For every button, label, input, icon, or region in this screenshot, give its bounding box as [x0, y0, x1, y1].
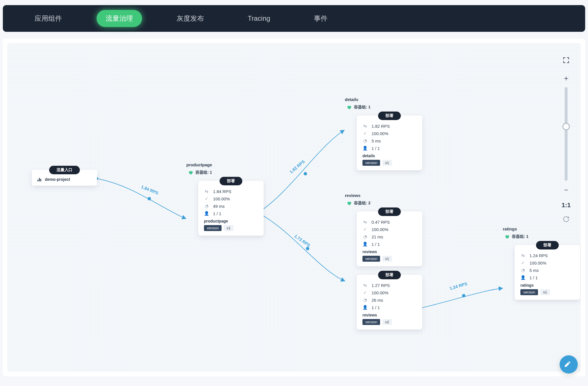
clock-icon: ◔	[204, 204, 209, 209]
refresh-button[interactable]	[563, 216, 570, 224]
user-icon: 👤	[362, 146, 368, 151]
heart-icon	[504, 234, 510, 239]
node-details[interactable]: details 容器组: 1 部署 ⇆1.82 RPS ✓100.00% ◔5 …	[343, 97, 422, 170]
graph-canvas[interactable]: 1.84 RPS 1.82 RPS 1.73 RPS 1.24 RPS 流量入口	[7, 43, 581, 372]
node-title: reviews	[343, 193, 422, 198]
zoom-ratio-label[interactable]: 1:1	[562, 202, 571, 209]
top-tabbar: 应用组件 流量治理 灰度发布 Tracing 事件	[3, 5, 585, 32]
deploy-card-reviews-v1[interactable]: ⇆0.47 RPS ✓100.00% ◔21 ms 👤1 / 1 reviews…	[357, 211, 422, 266]
tab-events[interactable]: 事件	[305, 10, 337, 27]
clock-icon: ◔	[362, 297, 368, 303]
graph-panel: 1.84 RPS 1.82 RPS 1.73 RPS 1.24 RPS 流量入口	[3, 39, 585, 376]
version-value: v1	[382, 256, 392, 262]
deploy-pill: 部署	[536, 241, 559, 249]
version-value: v2	[382, 319, 392, 325]
entry-pill: 流量入口	[49, 166, 80, 174]
user-icon: 👤	[520, 275, 526, 280]
node-reviews[interactable]: reviews 容器组: 2 部署 ⇆0.47 RPS ✓100.00% ◔21…	[343, 193, 422, 330]
deploy-card-productpage[interactable]: ⇆1.84 RPS ✓100.00% ◔49 ms 👤1 / 1 product…	[198, 181, 264, 236]
zoom-in-button[interactable]: ＋	[562, 72, 570, 85]
pods-row: 容器组: 1	[501, 234, 580, 239]
user-icon: 👤	[362, 242, 368, 247]
tab-app-components[interactable]: 应用组件	[26, 10, 71, 27]
node-title: ratings	[501, 226, 580, 231]
tab-gray-release[interactable]: 灰度发布	[168, 10, 213, 27]
check-icon: ✓	[362, 227, 368, 232]
edge-label-productpage-reviews: 1.73 RPS	[293, 233, 311, 248]
deploy-pill: 部署	[378, 112, 401, 120]
refresh-icon	[563, 216, 570, 223]
user-icon: 👤	[362, 305, 368, 310]
fullscreen-button[interactable]	[563, 55, 570, 67]
tab-tracing[interactable]: Tracing	[239, 11, 279, 26]
version-value: v1	[224, 225, 233, 231]
rps-icon: ⇆	[362, 123, 368, 129]
clock-icon: ◔	[362, 138, 368, 143]
check-icon: ✓	[204, 196, 209, 201]
deploy-card-reviews-v2[interactable]: ⇆1.27 RPS ✓100.00% ◔26 ms 👤1 / 1 reviews…	[357, 275, 422, 330]
heart-icon	[188, 170, 193, 175]
rps-icon: ⇆	[204, 189, 209, 194]
deploy-pill: 部署	[378, 207, 401, 216]
version-tag: version	[204, 225, 222, 231]
edge-label-entry-productpage: 1.84 RPS	[140, 184, 159, 196]
edge-label-productpage-details: 1.82 RPS	[289, 159, 306, 174]
toolbox-fab[interactable]	[560, 355, 578, 374]
zoom-out-button[interactable]: －	[562, 183, 570, 196]
version-tag: version	[362, 319, 380, 325]
svg-point-1	[148, 197, 151, 200]
user-icon: 👤	[204, 211, 209, 216]
rps-icon: ⇆	[362, 283, 368, 288]
node-title: details	[343, 97, 422, 102]
rps-icon: ⇆	[520, 253, 526, 258]
heart-icon	[347, 201, 352, 206]
deploy-pill: 部署	[378, 271, 401, 279]
zoom-control: ＋ － 1:1	[561, 72, 571, 224]
svg-point-4	[306, 247, 309, 250]
deploy-card-details[interactable]: ⇆1.82 RPS ✓100.00% ◔5 ms 👤1 / 1 details …	[357, 116, 422, 170]
version-tag: version	[362, 160, 380, 166]
hammer-icon	[564, 360, 573, 369]
pods-row: 容器组: 1	[343, 105, 422, 110]
node-productpage[interactable]: productpage 容器组: 1 部署 ⇆1.84 RPS ✓100.00%…	[184, 162, 264, 236]
zoom-slider[interactable]	[565, 87, 568, 181]
deploy-card-ratings[interactable]: ⇆1.24 RPS ✓100.00% ◔5 ms 👤1 / 1 ratings …	[515, 245, 580, 300]
check-icon: ✓	[362, 131, 368, 136]
fullscreen-control	[561, 55, 571, 67]
deploy-pill: 部署	[220, 177, 242, 185]
rps-icon: ⇆	[362, 219, 368, 225]
pods-row: 容器组: 1	[184, 170, 264, 175]
heart-icon	[347, 105, 352, 110]
node-title: productpage	[184, 162, 264, 167]
clock-icon: ◔	[520, 268, 526, 273]
node-entry[interactable]: 流量入口 demo-project	[32, 166, 97, 186]
clock-icon: ◔	[362, 234, 368, 239]
check-icon: ✓	[362, 290, 368, 295]
version-tag: version	[362, 256, 380, 262]
version-tag: version	[520, 289, 538, 295]
version-value: v1	[540, 289, 550, 295]
check-icon: ✓	[520, 260, 526, 265]
entry-project-name: demo-project	[45, 177, 70, 182]
zoom-slider-handle[interactable]	[562, 123, 570, 130]
node-ratings[interactable]: ratings 容器组: 1 部署 ⇆1.24 RPS ✓100.00% ◔5 …	[501, 226, 580, 300]
chart-icon	[37, 177, 42, 181]
edge-label-reviews-ratings: 1.24 RPS	[449, 281, 468, 291]
edge-layer: 1.84 RPS 1.82 RPS 1.73 RPS 1.24 RPS	[7, 43, 581, 372]
pods-row: 容器组: 2	[343, 201, 422, 206]
svg-point-3	[304, 172, 307, 175]
expand-icon	[563, 57, 570, 64]
version-value: v1	[382, 160, 392, 166]
svg-point-6	[462, 294, 465, 297]
tab-traffic-governance[interactable]: 流量治理	[97, 10, 142, 27]
